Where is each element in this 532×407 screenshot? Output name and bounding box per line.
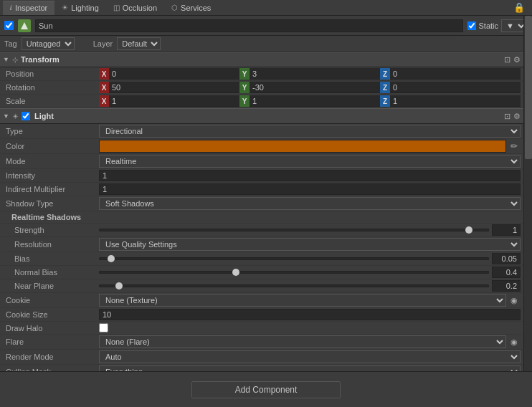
light-copy-icon[interactable]: ⊡ [504, 112, 510, 121]
light-menu-icon[interactable]: ⚙ [513, 112, 521, 121]
mode-value: Realtime [99, 155, 521, 168]
color-swatch[interactable] [99, 140, 506, 153]
rotation-y-input[interactable] [250, 82, 380, 93]
tab-services[interactable]: ⬡ Services [164, 1, 218, 15]
draw-halo-value [99, 323, 521, 332]
render-mode-select[interactable]: Auto [99, 350, 521, 363]
near-plane-slider-group [99, 280, 521, 292]
cookie-size-value [99, 309, 521, 320]
inspector-icon: 𝒊 [10, 4, 12, 12]
realtime-shadows-label: Realtime Shadows [11, 213, 81, 221]
tab-lighting-label: Lighting [71, 4, 99, 12]
position-x-input[interactable] [109, 68, 239, 80]
add-component-button[interactable]: Add Component [191, 381, 341, 398]
light-foldout[interactable]: ▼ [3, 112, 9, 120]
near-plane-slider-track[interactable] [99, 284, 489, 287]
static-area: Static ▼ [467, 19, 528, 32]
scale-x-input[interactable] [109, 95, 239, 107]
strength-slider-thumb[interactable] [465, 226, 472, 234]
rotation-z-input[interactable] [390, 82, 521, 93]
cookie-picker-icon[interactable]: ◉ [508, 296, 521, 305]
color-row: Color ✏ [0, 139, 523, 154]
lighting-icon: ☀ [62, 4, 68, 11]
transform-foldout[interactable]: ▼ [3, 56, 9, 63]
position-x-label: X [99, 68, 109, 80]
scale-xyz: X Y Z [99, 95, 521, 107]
transform-title: Transform [21, 55, 60, 64]
scrollbar[interactable] [523, 16, 532, 371]
rotation-z-field: Z [380, 82, 521, 93]
transform-copy-icon[interactable]: ⊡ [504, 55, 510, 64]
static-checkbox[interactable] [467, 21, 476, 30]
cookie-value: None (Texture) ◉ [99, 294, 521, 307]
rotation-z-label: Z [380, 82, 390, 93]
indirect-multiplier-value [99, 183, 521, 195]
bias-value [99, 253, 521, 264]
resolution-value: Use Quality Settings [99, 238, 521, 251]
bias-input[interactable] [492, 253, 521, 264]
normal-bias-slider-thumb[interactable] [232, 269, 239, 276]
rotation-y-label: Y [239, 82, 250, 93]
type-select[interactable]: Directional [99, 125, 521, 138]
type-row: Type Directional [0, 124, 523, 139]
tab-inspector[interactable]: 𝒊 Inspector [3, 1, 54, 15]
strength-input[interactable] [492, 224, 521, 236]
tab-bar: 𝒊 Inspector ☀ Lighting ◫ Occlusion ⬡ Ser… [0, 0, 532, 16]
indirect-multiplier-input[interactable] [99, 183, 521, 195]
bias-slider-track[interactable] [99, 257, 489, 260]
tab-lighting[interactable]: ☀ Lighting [54, 1, 106, 15]
scale-y-label: Y [239, 95, 250, 107]
object-active-checkbox[interactable] [4, 21, 14, 30]
shadow-type-select[interactable]: Soft Shadows [99, 197, 521, 210]
scale-y-input[interactable] [250, 95, 380, 107]
cookie-size-input[interactable] [99, 309, 521, 320]
transform-menu-icon[interactable]: ⚙ [513, 55, 521, 64]
resolution-select[interactable]: Use Quality Settings [99, 238, 521, 251]
scale-label: Scale [6, 97, 99, 105]
position-z-label: Z [380, 68, 390, 80]
cookie-select[interactable]: None (Texture) [99, 294, 506, 307]
draw-halo-checkbox[interactable] [99, 323, 108, 332]
position-z-input[interactable] [390, 68, 521, 80]
scale-z-label: Z [380, 95, 390, 107]
tab-services-label: Services [181, 4, 211, 12]
tag-select[interactable]: Untagged [22, 37, 75, 50]
position-y-input[interactable] [250, 68, 380, 80]
mode-select[interactable]: Realtime [99, 155, 521, 168]
scale-z-input[interactable] [390, 95, 521, 107]
rotation-xyz: X Y Z [99, 82, 521, 93]
tab-occlusion[interactable]: ◫ Occlusion [106, 1, 164, 15]
type-value: Directional [99, 125, 521, 138]
mode-label: Mode [6, 157, 99, 166]
intensity-row: Intensity [0, 169, 523, 183]
position-x-field: X [99, 68, 239, 80]
normal-bias-slider-group [99, 267, 521, 278]
strength-slider-track[interactable] [99, 229, 489, 231]
resolution-label: Resolution [6, 240, 99, 249]
scale-x-field: X [99, 95, 239, 107]
rotation-x-input[interactable] [109, 82, 239, 93]
near-plane-slider-thumb[interactable] [115, 282, 123, 289]
near-plane-row: Near Plane [0, 279, 523, 293]
bias-slider-thumb[interactable] [108, 255, 115, 262]
culling-mask-select[interactable]: Everything [99, 365, 521, 371]
services-icon: ⬡ [171, 4, 178, 11]
normal-bias-slider-track[interactable] [99, 271, 489, 274]
rotation-label: Rotation [6, 83, 99, 92]
intensity-input[interactable] [99, 170, 521, 181]
scrollbar-thumb[interactable] [525, 16, 532, 159]
normal-bias-input[interactable] [492, 267, 521, 278]
scale-row: Scale X Y Z [0, 95, 523, 108]
light-enabled-checkbox[interactable] [22, 112, 30, 120]
culling-mask-row: Culling Mask Everything [0, 365, 523, 371]
flare-picker-icon[interactable]: ◉ [508, 337, 521, 347]
render-mode-value: Auto [99, 350, 521, 363]
color-picker-icon[interactable]: ✏ [508, 141, 521, 151]
lock-icon[interactable]: 🔒 [509, 2, 529, 13]
intensity-value [99, 170, 521, 181]
light-section-header: ▼ ☀ Light ⊡ ⚙ [0, 108, 523, 124]
near-plane-input[interactable] [492, 280, 521, 292]
object-name-input[interactable] [35, 19, 463, 32]
flare-select[interactable]: None (Flare) [99, 335, 506, 348]
layer-select[interactable]: Default [117, 37, 161, 50]
